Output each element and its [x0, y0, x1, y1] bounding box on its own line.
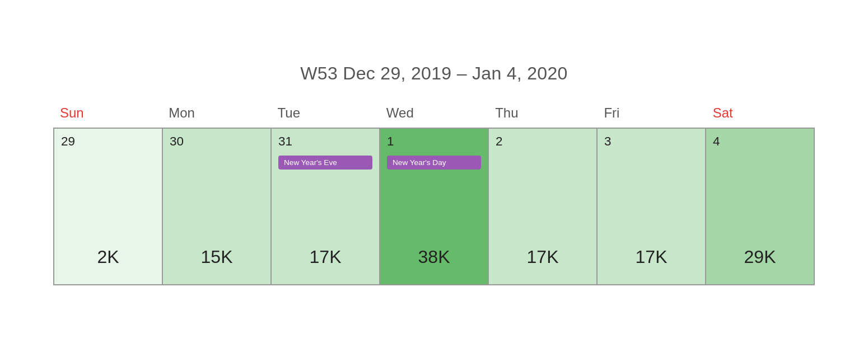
day-cell-2: 217K	[489, 129, 598, 285]
day-header-mon: Mon	[162, 101, 270, 125]
day-value: 17K	[604, 247, 698, 279]
day-header-sat: Sat	[706, 101, 815, 125]
day-value: 15K	[170, 247, 264, 279]
day-value: 29K	[713, 247, 807, 279]
day-value: 2K	[61, 247, 155, 279]
day-value: 17K	[278, 247, 372, 279]
day-header-sun: Sun	[53, 101, 162, 125]
day-cell-3: 317K	[598, 129, 706, 285]
day-cell-31: 31New Year's Eve17K	[272, 129, 380, 285]
day-number: 2	[496, 134, 590, 149]
calendar-grid: 292K3015K31New Year's Eve17K1New Year's …	[53, 128, 815, 285]
day-value: 17K	[496, 247, 590, 279]
day-number: 30	[170, 134, 264, 149]
day-header-fri: Fri	[597, 101, 706, 125]
day-cell-30: 3015K	[163, 129, 272, 285]
day-header-tue: Tue	[271, 101, 380, 125]
day-header-thu: Thu	[488, 101, 597, 125]
day-number: 3	[604, 134, 698, 149]
day-number: 4	[713, 134, 807, 149]
day-number: 29	[61, 134, 155, 149]
day-number: 31	[278, 134, 372, 149]
day-header-wed: Wed	[380, 101, 488, 125]
week-title: W53 Dec 29, 2019 – Jan 4, 2020	[53, 63, 815, 84]
day-cell-1: 1New Year's Day38K	[380, 129, 489, 285]
event-badge[interactable]: New Year's Eve	[278, 156, 372, 170]
event-badge[interactable]: New Year's Day	[387, 156, 481, 170]
day-value: 38K	[387, 247, 481, 279]
day-headers-row: SunMonTueWedThuFriSat	[53, 101, 815, 125]
day-cell-29: 292K	[54, 129, 163, 285]
calendar-container: W53 Dec 29, 2019 – Jan 4, 2020 SunMonTue…	[31, 52, 837, 297]
day-number: 1	[387, 134, 481, 149]
day-cell-4: 429K	[706, 129, 815, 285]
